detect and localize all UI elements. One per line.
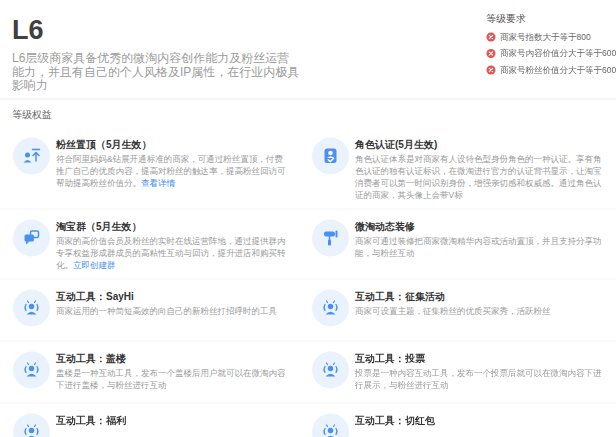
page-description: L6层级商家具备优秀的微淘内容创作能力及粉丝运营能力，并且有自己的个人风格及IP… <box>12 51 300 92</box>
page-viewport: L6 L6层级商家具备优秀的微淘内容创作能力及粉丝运营能力，并且有自己的个人风格… <box>0 0 616 437</box>
benefit-title: 微淘动态装修 <box>355 221 604 233</box>
benefits-grid: 粉丝置顶（5月生效） 符合阿里妈妈&钻展开通标准的商家，可通过粉丝置顶，付费推广… <box>0 128 616 437</box>
benefit-title: 互动工具：征集活动 <box>355 291 551 303</box>
benefit-description: 符合阿里妈妈&钻展开通标准的商家，可通过粉丝置顶，付费推广自己的优质内容，提高对… <box>56 154 287 190</box>
paint-roller-icon <box>312 220 349 257</box>
benefit-description: 盖楼是一种互动工具，发布一个盖楼后用户就可以在微淘内容下进行盖楼，与粉丝进行互动 <box>56 368 287 392</box>
requirement-text: 商家号指数大于等于800 <box>500 31 591 43</box>
benefit-cell: 微淘动态装修 商家可通过装修把商家微淘精华内容或活动置顶，并且支持分享功能，与粉… <box>299 209 616 279</box>
announce-icon <box>312 352 349 389</box>
benefit-cell: 互动工具：SayHi 商家运用的一种简短高效的向自己的新粉丝打招呼时的工具 <box>0 279 299 341</box>
benefit-title: 粉丝置顶（5月生效） <box>56 139 287 151</box>
announce-icon <box>13 352 50 389</box>
benefit-cell: 角色认证(5月生效) 角色认证体系是对商家有人设特色型身份角色的一种认证。享有角… <box>299 128 616 209</box>
cross-circle-icon <box>486 48 496 58</box>
level-requirements: 等级要求 商家号指数大于等于800 商家号内容价值分大于等于600 商家号粉丝价… <box>486 12 614 81</box>
requirement-item: 商家号内容价值分大于等于600 <box>486 48 614 60</box>
benefit-title: 互动工具：投票 <box>355 353 604 365</box>
benefit-description: 商家的高价值会员及粉丝的实时在线运营阵地，通过提供群内专享权益形成群成员的高粘性… <box>56 236 287 272</box>
benefit-cell: 互动工具：征集活动 商家可设置主题，征集粉丝的优质买家秀，活跃粉丝 <box>299 279 616 341</box>
benefit-cell: 互动工具：投票 投票是一种内容互动工具，发布一个投票后就可以在微淘内容下进行展示… <box>299 341 616 403</box>
benefit-title: 互动工具：盖楼 <box>56 353 287 365</box>
benefit-description: 商家可通过装修把商家微淘精华内容或活动置顶，并且支持分享功能，与粉丝互动 <box>355 236 604 260</box>
announce-icon <box>13 290 50 327</box>
benefit-title: 互动工具：福利 <box>56 415 126 427</box>
benefit-description: 角色认证体系是对商家有人设特色型身份角色的一种认证。享有角色认证的独有认证标识，… <box>355 154 604 202</box>
benefit-cell: 粉丝置顶（5月生效） 符合阿里妈妈&钻展开通标准的商家，可通过粉丝置顶，付费推广… <box>0 128 299 209</box>
chat-group-icon <box>13 220 50 257</box>
requirement-text: 商家号内容价值分大于等于600 <box>500 48 616 60</box>
benefit-cell: 互动工具：盖楼 盖楼是一种互动工具，发布一个盖楼后用户就可以在微淘内容下进行盖楼… <box>0 341 299 403</box>
benefit-cell: 互动工具：福利 <box>0 403 299 437</box>
benefit-description: 投票是一种内容互动工具，发布一个投票后就可以在微淘内容下进行展示，与粉丝进行互动 <box>355 368 604 392</box>
cross-circle-icon <box>486 32 496 42</box>
benefit-cell: 互动工具：切红包 <box>299 403 616 437</box>
create-group-link[interactable]: 立即创建群 <box>73 261 116 271</box>
benefits-heading: 等级权益 <box>12 109 616 121</box>
benefit-title: 互动工具：切红包 <box>355 415 435 427</box>
requirement-item: 商家号指数大于等于800 <box>486 31 614 43</box>
benefit-title: 角色认证(5月生效) <box>355 139 604 151</box>
pin-to-top-icon <box>13 138 50 175</box>
benefit-description: 商家运用的一种简短高效的向自己的新粉丝打招呼时的工具 <box>56 306 277 318</box>
role-badge-icon <box>312 138 349 175</box>
view-details-link[interactable]: 查看详情 <box>141 179 175 189</box>
announce-icon <box>13 414 50 437</box>
benefit-title: 淘宝群（5月生效） <box>56 221 287 233</box>
requirement-item: 商家号粉丝价值分大于等于600 <box>486 64 614 76</box>
benefit-description: 商家可设置主题，征集粉丝的优质买家秀，活跃粉丝 <box>355 306 551 318</box>
requirements-heading: 等级要求 <box>486 12 614 24</box>
requirement-text: 商家号粉丝价值分大于等于600 <box>500 64 616 76</box>
benefit-cell: 淘宝群（5月生效） 商家的高价值会员及粉丝的实时在线运营阵地，通过提供群内专享权… <box>0 209 299 279</box>
cross-circle-icon <box>486 65 496 75</box>
announce-icon <box>312 414 349 437</box>
merchant-level-page: L6 L6层级商家具备优秀的微淘内容创作能力及粉丝运营能力，并且有自己的个人风格… <box>0 0 616 437</box>
benefit-title: 互动工具：SayHi <box>56 291 277 303</box>
announce-icon <box>312 290 349 327</box>
